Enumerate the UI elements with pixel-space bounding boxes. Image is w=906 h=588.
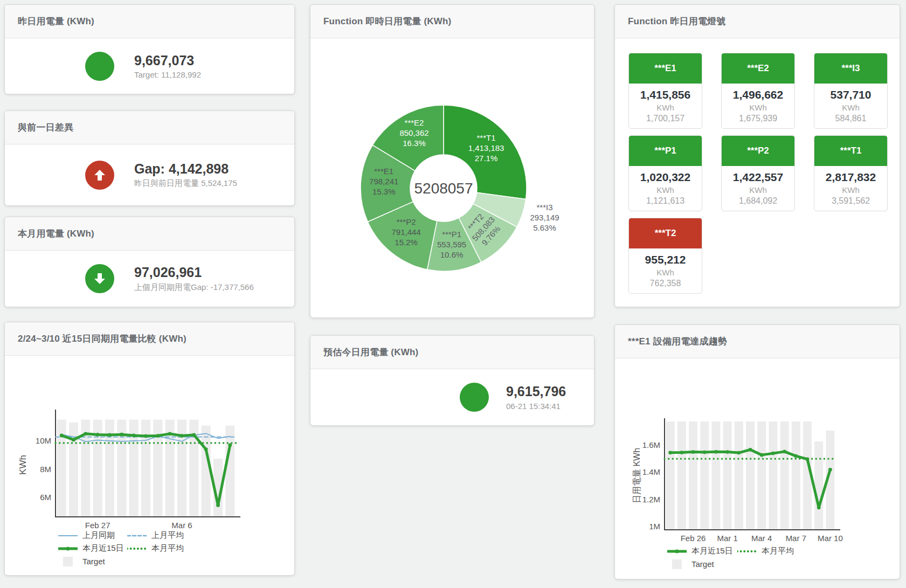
legend-label: 上月平均 [151, 530, 184, 541]
legend-item[interactable]: 上月平均 [127, 530, 184, 541]
x-tick-label: Mar 7 [786, 534, 806, 543]
lamp-tile-value: 955,212 [629, 253, 702, 266]
lamp-tile[interactable]: ***I3537,710KWh584,861 [814, 53, 888, 129]
panel-estimate-today: 預估今日用電量 (KWh) 9,615,796 06-21 15:34:41 [310, 335, 594, 426]
series-marker [216, 503, 220, 507]
lamp-tile[interactable]: ***E11,415,856KWh1,700,157 [628, 53, 702, 129]
panel-title: 與前一日差異 [5, 111, 294, 144]
stat-value: 9,615,796 [506, 384, 566, 399]
legend-label: 本月平均 [151, 543, 184, 554]
target-bar [780, 421, 789, 530]
lamp-tile-target: 1,675,939 [722, 114, 794, 123]
dashboard: 昨日用電量 (KWh) 9,667,073 Target: 11,128,992… [0, 0, 906, 588]
stat-subtext: 上個月同期用電Gap: -17,377,566 [134, 282, 254, 293]
target-bar [225, 426, 234, 517]
stat-value: 97,026,961 [134, 265, 254, 280]
lamp-tile-target: 3,591,562 [814, 196, 887, 206]
lamp-tile-target: 1,121,613 [629, 196, 702, 206]
legend-item[interactable]: Target [58, 556, 127, 566]
panel-title: Function 即時日用電量 (KWh) [310, 5, 594, 38]
lamp-tile-value: 1,020,322 [629, 171, 702, 184]
stat-subtext: Target: 11,128,992 [134, 70, 201, 79]
panel-title: 昨日用電量 (KWh) [5, 5, 294, 38]
series-marker [760, 453, 764, 457]
y-tick-label: 6M [40, 493, 51, 502]
panel-title: 2/24~3/10 近15日同期用電量比較 (KWh) [5, 322, 294, 356]
legend-label: Target [691, 559, 714, 569]
stat-timestamp: 06-21 15:34:41 [506, 402, 566, 411]
stat-value: 9,667,073 [134, 53, 201, 68]
series-marker [691, 450, 695, 454]
legend-swatch-icon [667, 547, 687, 556]
lamp-tile[interactable]: ***P21,422,557KWh1,684,092 [721, 135, 795, 211]
lamp-tile[interactable]: ***T12,817,832KWh3,591,562 [814, 135, 888, 211]
series-marker [144, 434, 148, 438]
series-marker [749, 448, 752, 452]
stat-row: 97,026,961 上個月同期用電Gap: -17,377,566 [5, 251, 294, 307]
target-bar [757, 421, 766, 530]
x-tick-label: Mar 10 [818, 534, 843, 543]
stat-row: Gap: 4,142,898 昨日與前日用電量 5,524,175 [5, 144, 294, 205]
x-tick-label: Mar 1 [717, 534, 737, 543]
legend-item[interactable]: 本月平均 [127, 543, 184, 554]
donut-center-total: 5208057 [414, 180, 473, 197]
x-tick-label: Feb 27 [85, 521, 110, 530]
chart-legend: 本月近15日本月平均Target [667, 546, 794, 569]
lamp-tile-status-header: ***T2 [629, 218, 702, 248]
stat-row: 9,615,796 06-21 15:34:41 [310, 369, 594, 425]
y-tick-label: 8M [40, 465, 51, 474]
x-tick-label: Mar 4 [751, 534, 772, 543]
panel-yesterday-usage: 昨日用電量 (KWh) 9,667,073 Target: 11,128,992 [4, 4, 295, 94]
series-marker [737, 451, 741, 455]
series-marker [168, 432, 172, 435]
legend-item[interactable]: 本月近15日 [58, 543, 127, 554]
lamp-tile-status-header: ***T1 [814, 136, 887, 166]
lamp-tile-unit: KWh [629, 103, 702, 112]
lamp-tile-target: 1,684,092 [722, 196, 794, 206]
panel-e1-trend-chart: ***E1 設備用電達成趨勢 1M1.2M1.4M1.6MFeb 26Mar 1… [614, 324, 900, 579]
series-marker [108, 433, 112, 437]
lamp-tile-status-header: ***E1 [629, 53, 702, 84]
lamp-tile-grid: ***E11,415,856KWh1,700,157***E21,496,662… [628, 53, 888, 294]
legend-swatch-icon [127, 531, 147, 541]
target-bar [792, 421, 800, 530]
stat-subtext: 昨日與前日用電量 5,524,175 [134, 178, 237, 189]
series-marker [714, 450, 718, 454]
target-bar [666, 421, 675, 530]
legend-item[interactable]: 本月近15日 [667, 546, 737, 556]
panel-title: Function 昨日用電燈號 [615, 5, 900, 38]
panel-title: 預估今日用電量 (KWh) [310, 336, 594, 369]
legend-item[interactable]: 本月平均 [737, 546, 794, 556]
target-bar [723, 421, 732, 530]
legend-swatch-icon [58, 557, 78, 566]
series-marker [668, 451, 672, 454]
panel-title: ***E1 設備用電達成趨勢 [615, 325, 900, 358]
series-marker [725, 450, 729, 454]
series-marker [828, 468, 832, 472]
lamp-tile[interactable]: ***E21,496,662KWh1,675,939 [721, 53, 795, 129]
series-marker [132, 434, 136, 438]
target-bar [689, 421, 697, 530]
lamp-tile[interactable]: ***P11,020,322KWh1,121,613 [628, 135, 702, 211]
series-marker [771, 452, 775, 455]
series-marker [680, 451, 683, 454]
lamp-tile[interactable]: ***T2955,212KWh762,358 [628, 218, 702, 294]
chart-legend: 上月同期上月平均本月近15日本月平均Target [58, 530, 184, 566]
lamp-tile-value: 1,496,662 [722, 88, 794, 101]
lamp-tile-status-header: ***I3 [814, 53, 887, 84]
legend-item[interactable]: 上月同期 [58, 530, 127, 541]
y-tick-label: 1.6M [642, 440, 660, 449]
lamp-tile-value: 2,817,832 [814, 171, 887, 184]
target-bar [769, 421, 777, 530]
panel-15day-compare-chart: 2/24~3/10 近15日同期用電量比較 (KWh) 6M8M10MFeb 2… [4, 322, 295, 576]
lamp-tile-value: 537,710 [814, 88, 887, 101]
y-axis-label: 日用電量 KWh [632, 448, 641, 503]
target-bar [746, 421, 755, 530]
lamp-tile-target: 1,700,157 [629, 114, 702, 123]
legend-item[interactable]: Target [667, 559, 737, 569]
series-marker [180, 434, 184, 438]
lamp-tile-status-header: ***E2 [722, 53, 794, 84]
legend-swatch-icon [58, 544, 78, 554]
legend-label: Target [82, 557, 105, 566]
status-circle-icon [85, 52, 114, 81]
